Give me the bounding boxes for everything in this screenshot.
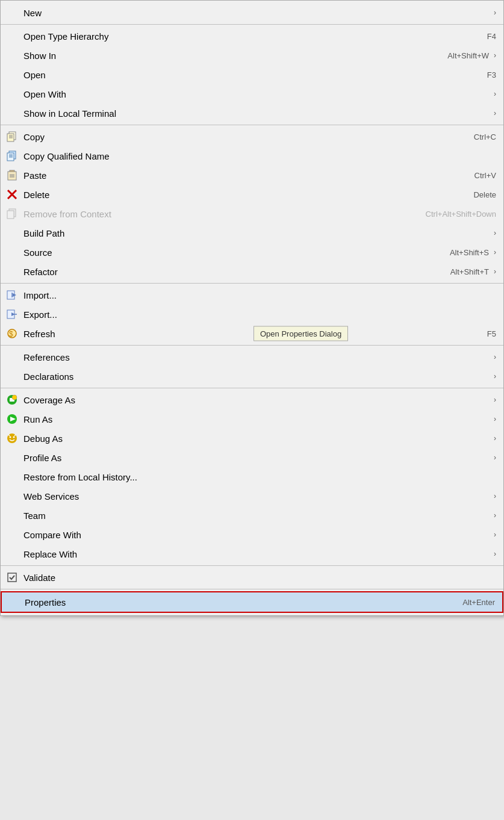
menu-item-source[interactable]: SourceAlt+Shift+S› [1,243,503,262]
menu-item-label-new: New [21,8,489,18]
empty-icon [5,226,19,240]
menu-item-label-validate: Validate [21,573,496,583]
menu-separator [1,283,503,284]
menu-item-shortcut-open-type-hierarchy: F4 [487,32,496,41]
empty-icon [5,370,19,383]
empty-icon [5,451,19,464]
menu-item-properties[interactable]: PropertiesAlt+Enter [1,591,503,613]
menu-item-show-in[interactable]: Show InAlt+Shift+W› [1,46,503,65]
empty-icon [5,509,19,522]
menu-item-debug-as[interactable]: Debug As› [1,429,503,448]
menu-item-label-run-as: Run As [21,414,489,424]
menu-item-copy[interactable]: CopyCtrl+C [1,127,503,146]
menu-item-run-as[interactable]: Run As› [1,409,503,429]
menu-item-delete[interactable]: DeleteDelete [1,185,503,204]
menu-item-shortcut-refactor: Alt+Shift+T [450,267,489,276]
submenu-arrow-web-services: › [494,492,496,500]
menu-item-restore-from-local-history[interactable]: Restore from Local History... [1,467,503,486]
validate-icon [5,571,19,584]
submenu-arrow-source: › [494,248,496,256]
menu-item-label-export: Export... [21,309,496,320]
menu-item-remove-from-context[interactable]: Remove from ContextCtrl+Alt+Shift+Down [1,204,503,223]
menu-item-shortcut-properties: Alt+Enter [462,598,495,607]
empty-icon [5,6,19,19]
menu-item-label-refactor: Refactor [21,267,432,277]
submenu-arrow-references: › [494,353,496,361]
menu-item-shortcut-open: F3 [487,70,496,79]
svg-rect-37 [8,573,16,582]
menu-item-label-paste: Paste [21,170,456,181]
menu-item-label-show-in: Show In [21,51,429,61]
menu-item-label-team: Team [21,511,489,521]
menu-item-copy-qualified-name[interactable]: Copy Qualified Name [1,146,503,166]
menu-item-team[interactable]: Team› [1,506,503,525]
menu-separator [1,125,503,125]
menu-item-label-open-with: Open With [21,89,489,99]
menu-item-paste[interactable]: PasteCtrl+V [1,166,503,185]
menu-separator [1,388,503,388]
menu-item-compare-with[interactable]: Compare With› [1,525,503,544]
menu-item-label-web-services: Web Services [21,491,489,502]
menu-item-refactor[interactable]: RefactorAlt+Shift+T› [1,262,503,281]
menu-separator [1,345,503,346]
menu-item-replace-with[interactable]: Replace With› [1,544,503,564]
menu-item-build-path[interactable]: Build Path› [1,223,503,243]
delete-icon [5,188,19,201]
menu-item-label-references: References [21,352,489,362]
menu-item-label-source: Source [21,247,432,258]
menu-item-shortcut-refresh: F5 [487,329,496,338]
menu-item-shortcut-source: Alt+Shift+S [450,248,489,257]
submenu-arrow-compare-with: › [494,530,496,539]
menu-item-open[interactable]: OpenF3 [1,65,503,84]
menu-item-export[interactable]: Export... [1,305,503,324]
menu-item-declarations[interactable]: Declarations› [1,367,503,386]
menu-item-shortcut-show-in: Alt+Shift+W [447,51,489,60]
empty-icon [5,30,19,43]
submenu-arrow-show-in: › [494,51,496,60]
menu-item-label-debug-as: Debug As [21,433,489,444]
menu-item-shortcut-paste: Ctrl+V [474,171,496,180]
menu-item-label-coverage-as: Coverage As [21,395,489,405]
menu-item-label-remove-from-context: Remove from Context [21,209,408,219]
refresh-icon: $ [5,327,19,340]
paste-icon [5,169,19,182]
menu-item-show-in-local-terminal[interactable]: Show in Local Terminal› [1,104,503,123]
menu-item-web-services[interactable]: Web Services› [1,486,503,506]
menu-item-refresh[interactable]: $ RefreshOpen Properties DialogF5 [1,324,503,343]
submenu-arrow-run-as: › [494,415,496,423]
empty-icon [5,87,19,101]
submenu-arrow-show-in-local-terminal: › [494,109,496,117]
submenu-arrow-coverage-as: › [494,396,496,404]
empty-icon [5,49,19,62]
menu-item-open-type-hierarchy[interactable]: Open Type HierarchyF4 [1,26,503,46]
submenu-arrow-declarations: › [494,372,496,380]
import-icon [5,288,19,302]
menu-separator [1,589,503,589]
menu-item-label-copy-qualified-name: Copy Qualified Name [21,151,496,161]
menu-item-new[interactable]: New› [1,3,503,22]
empty-icon [5,350,19,364]
svg-point-29 [12,395,17,400]
submenu-arrow-debug-as: › [494,434,496,443]
submenu-arrow-refactor: › [494,267,496,276]
menu-separator [1,24,503,25]
svg-point-33 [10,436,11,438]
menu-item-shortcut-copy: Ctrl+C [474,132,496,141]
menu-item-references[interactable]: References› [1,347,503,367]
menu-item-label-copy: Copy [21,132,456,142]
menu-item-open-with[interactable]: Open With› [1,84,503,104]
remove-icon [5,207,19,220]
menu-item-label-show-in-local-terminal: Show in Local Terminal [21,108,489,119]
menu-item-label-compare-with: Compare With [21,530,489,540]
menu-item-import[interactable]: Import... [1,285,503,305]
copy-qualified-icon [5,149,19,163]
submenu-arrow-profile-as: › [494,453,496,462]
menu-item-coverage-as[interactable]: Coverage As› [1,390,503,409]
menu-item-profile-as[interactable]: Profile As› [1,448,503,467]
submenu-arrow-build-path: › [494,229,496,237]
empty-icon [5,547,19,561]
svg-text:$: $ [9,330,13,338]
menu-item-label-open: Open [21,70,469,80]
menu-item-validate[interactable]: Validate [1,568,503,587]
menu-item-label-open-type-hierarchy: Open Type Hierarchy [21,31,469,42]
